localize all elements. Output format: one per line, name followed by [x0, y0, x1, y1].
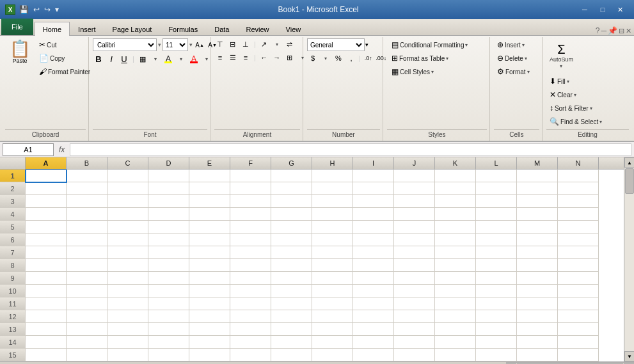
cell-M2[interactable] [517, 182, 558, 195]
cell-G15[interactable] [271, 349, 312, 361]
cell-B12[interactable] [67, 310, 107, 323]
row-num-4[interactable]: 4 [0, 208, 26, 221]
row-num-5[interactable]: 5 [0, 221, 26, 233]
cell-G2[interactable] [271, 182, 312, 195]
cell-D6[interactable] [148, 233, 189, 246]
cell-B8[interactable] [67, 259, 107, 272]
cell-J1[interactable] [394, 170, 435, 182]
cell-N1[interactable] [558, 170, 599, 182]
accounting-format-button[interactable]: $ [307, 52, 319, 64]
increase-decimal-button[interactable]: .0↑ [363, 52, 374, 64]
cell-A6[interactable] [26, 233, 67, 246]
cell-H13[interactable] [312, 323, 353, 336]
save-quick-btn[interactable]: 💾 [18, 4, 30, 15]
cell-G12[interactable] [271, 310, 312, 323]
cell-N5[interactable] [558, 221, 599, 233]
format-painter-button[interactable]: 🖌 Format Painter [36, 65, 93, 78]
delete-cells-button[interactable]: ⊖ Delete ▾ [494, 52, 533, 65]
number-format-select[interactable]: General [307, 38, 365, 51]
cell-L6[interactable] [476, 233, 517, 246]
cell-D7[interactable] [148, 246, 189, 259]
formula-input[interactable] [70, 143, 631, 156]
cell-E1[interactable] [189, 170, 230, 182]
vertical-scrollbar[interactable]: ▲ ▼ [624, 157, 634, 361]
minimize-button[interactable]: ─ [576, 3, 593, 16]
cell-L1[interactable] [476, 170, 517, 182]
cell-N10[interactable] [558, 285, 599, 297]
row-num-15[interactable]: 15 [0, 349, 26, 361]
scroll-track-v[interactable] [624, 168, 634, 351]
cell-I3[interactable] [353, 195, 394, 208]
cell-J13[interactable] [394, 323, 435, 336]
cell-K10[interactable] [435, 285, 476, 297]
cell-G7[interactable] [271, 246, 312, 259]
cell-N2[interactable] [558, 182, 599, 195]
cell-A13[interactable] [26, 323, 67, 336]
cell-F12[interactable] [230, 310, 271, 323]
cell-E8[interactable] [189, 259, 230, 272]
cell-E3[interactable] [189, 195, 230, 208]
col-header-L[interactable]: L [476, 157, 517, 169]
cell-K4[interactable] [435, 208, 476, 221]
autosum-button[interactable]: Σ AutoSum ▾ [546, 38, 576, 74]
cell-F5[interactable] [230, 221, 271, 233]
font-name-select[interactable]: Calibri [93, 38, 157, 51]
underline-button[interactable]: U [118, 53, 130, 65]
comma-button[interactable]: , [345, 52, 357, 64]
cell-B14[interactable] [67, 336, 107, 349]
cell-G10[interactable] [271, 285, 312, 297]
cell-I10[interactable] [353, 285, 394, 297]
cell-E5[interactable] [189, 221, 230, 233]
cell-B6[interactable] [67, 233, 107, 246]
cell-I9[interactable] [353, 272, 394, 285]
cell-J5[interactable] [394, 221, 435, 233]
cell-M3[interactable] [517, 195, 558, 208]
cell-K14[interactable] [435, 336, 476, 349]
cell-G3[interactable] [271, 195, 312, 208]
increase-indent-button[interactable]: → [271, 52, 283, 63]
cell-B1[interactable] [67, 170, 107, 182]
cell-B7[interactable] [67, 246, 107, 259]
cell-H11[interactable] [312, 297, 353, 310]
cell-A1[interactable] [26, 170, 67, 182]
maximize-button[interactable]: □ [594, 3, 611, 16]
cell-M13[interactable] [517, 323, 558, 336]
cell-C9[interactable] [107, 272, 148, 285]
cell-J9[interactable] [394, 272, 435, 285]
cell-D8[interactable] [148, 259, 189, 272]
cell-I6[interactable] [353, 233, 394, 246]
row-num-12[interactable]: 12 [0, 310, 26, 323]
copy-button[interactable]: 📄 Copy [36, 52, 93, 65]
percent-button[interactable]: % [333, 52, 344, 64]
cell-I11[interactable] [353, 297, 394, 310]
cell-J3[interactable] [394, 195, 435, 208]
cell-J4[interactable] [394, 208, 435, 221]
cell-C6[interactable] [107, 233, 148, 246]
orientation-button[interactable]: ↗ [258, 38, 270, 50]
cell-C15[interactable] [107, 349, 148, 361]
cell-A2[interactable] [26, 182, 67, 195]
cell-E12[interactable] [189, 310, 230, 323]
cell-N13[interactable] [558, 323, 599, 336]
cell-I1[interactable] [353, 170, 394, 182]
borders-dd-button[interactable]: ▾ [150, 53, 161, 65]
cell-A15[interactable] [26, 349, 67, 361]
cell-C7[interactable] [107, 246, 148, 259]
cell-A11[interactable] [26, 297, 67, 310]
cell-H14[interactable] [312, 336, 353, 349]
cell-H12[interactable] [312, 310, 353, 323]
cell-E6[interactable] [189, 233, 230, 246]
cell-C1[interactable] [107, 170, 148, 182]
cell-E2[interactable] [189, 182, 230, 195]
cell-H5[interactable] [312, 221, 353, 233]
cell-E15[interactable] [189, 349, 230, 361]
cell-B11[interactable] [67, 297, 107, 310]
tab-view[interactable]: View [278, 22, 310, 36]
cell-D11[interactable] [148, 297, 189, 310]
cell-A12[interactable] [26, 310, 67, 323]
orientation-dd-button[interactable]: ▾ [271, 38, 283, 50]
cell-D3[interactable] [148, 195, 189, 208]
col-header-H[interactable]: H [312, 157, 353, 169]
cell-D1[interactable] [148, 170, 189, 182]
cell-H2[interactable] [312, 182, 353, 195]
